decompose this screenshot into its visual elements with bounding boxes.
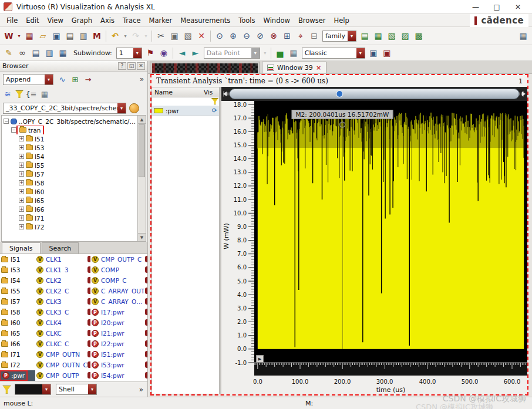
expand-icon[interactable]: +	[19, 171, 24, 177]
tree-item-i58[interactable]: +I58	[2, 178, 137, 187]
point-marker-icon[interactable]: ◉	[157, 47, 170, 59]
signal-c_array_out[interactable]: VC_ARRAY_OUT	[90, 286, 147, 296]
animation-play-button[interactable]: ▶	[256, 355, 264, 363]
expand-icon[interactable]: +	[19, 215, 24, 221]
collapse-icon[interactable]: −	[4, 119, 9, 124]
minimize-button[interactable]: —	[465, 1, 486, 13]
workspace-save-icon[interactable]: ▣	[367, 47, 380, 59]
append-mode-combo[interactable]: Append ▾	[3, 74, 53, 85]
signal-clk2[interactable]: VCLK2	[35, 275, 90, 286]
trace-visibility-icon[interactable]: ⟳	[212, 107, 217, 114]
print-icon[interactable]: ▤	[63, 30, 76, 42]
signal-cmp_outp[interactable]: VCMP_OUTP	[35, 370, 90, 381]
scroll-thumb[interactable]	[139, 124, 145, 177]
bottom-overflow-chevron[interactable]: »	[137, 386, 145, 394]
tab-search[interactable]: Search	[42, 242, 79, 253]
expand-icon[interactable]: +	[19, 189, 24, 194]
subwindow-grid-icon[interactable]: ▦	[56, 47, 69, 59]
tree-item-i72[interactable]: +I72	[2, 222, 137, 231]
signal-folder-i54[interactable]: I54	[0, 275, 35, 286]
menu-measurements[interactable]: Measurements	[176, 15, 234, 26]
signal-comp[interactable]: VCOMP	[90, 265, 147, 275]
tree-item-i57[interactable]: +I57	[2, 170, 137, 178]
signal-c_array_out_c[interactable]: VC_ARRAY_OUT_C	[90, 296, 147, 307]
smith-mode-icon[interactable]: ▧	[385, 30, 398, 42]
family-combo[interactable]: family▾	[322, 31, 356, 42]
redo-dropdown-icon[interactable]: ▾	[143, 30, 149, 42]
append-overflow-chevron[interactable]: »	[138, 75, 146, 83]
horizontal-marker-icon[interactable]: ⊟	[308, 30, 321, 42]
tree-item-i60[interactable]: +I60	[2, 187, 137, 196]
signal-i17:pwr[interactable]: PI17:pwr	[90, 307, 147, 317]
tree-item-i66[interactable]: +I66	[2, 205, 137, 214]
filter-dropdown-icon[interactable]: ▾	[42, 384, 50, 394]
undo-dropdown-icon[interactable]: ▾	[122, 30, 129, 42]
plot-refresh-icon[interactable]: ∿	[56, 74, 68, 84]
new-sheet-icon[interactable]: ▦	[23, 30, 36, 42]
next-point-icon[interactable]: ►	[189, 47, 202, 59]
zoom-out-icon[interactable]: ⊖	[240, 30, 253, 42]
results-combo[interactable]: _33_COPY_C_2C_3bit/spectre/schematic/psf…	[3, 103, 126, 114]
close-button[interactable]: ✕	[507, 1, 528, 13]
calculator-icon[interactable]: ▦	[287, 47, 300, 59]
tree-item-i55[interactable]: +I55	[2, 161, 137, 170]
delete-icon[interactable]: ✕	[195, 30, 208, 42]
tab-signals[interactable]: Signals	[2, 242, 41, 253]
signal-clk1_3[interactable]: VCLK1_3	[35, 265, 90, 275]
signal-selected-pwr[interactable]: P:pwr	[0, 370, 35, 381]
tab-close-icon[interactable]: ×	[316, 64, 321, 72]
menu-help[interactable]: Help	[330, 15, 353, 26]
datapoint-combo-arrow[interactable]: ▾	[251, 48, 260, 58]
new-window-icon[interactable]: W	[2, 30, 15, 42]
menu-tools[interactable]: Tools	[234, 15, 259, 26]
menu-window[interactable]: Window	[260, 15, 294, 26]
signal-i20:pwr[interactable]: PI20:pwr	[90, 317, 147, 328]
tree-item-tran[interactable]: −tran	[2, 126, 137, 134]
cut-icon[interactable]: ✂	[154, 30, 167, 42]
signal-clkc[interactable]: VCLKC	[35, 328, 90, 339]
overlay-mode-icon[interactable]: ▦	[372, 30, 385, 42]
tree-item-i71[interactable]: +I71	[2, 214, 137, 222]
signal-i21:pwr[interactable]: PI21:pwr	[90, 328, 147, 339]
signal-i54:pwr[interactable]: PI54:pwr	[90, 370, 147, 381]
wave-browser-icon[interactable]: ≋	[2, 89, 14, 99]
export-image-icon[interactable]: ▥	[77, 30, 90, 42]
horizontal-zoom-slider[interactable]	[221, 87, 527, 101]
signal-clkc_c[interactable]: VCLKC_C	[35, 339, 90, 349]
signal-clk1[interactable]: VCLK1	[35, 254, 90, 265]
shell-dropdown-icon[interactable]: ▾	[88, 384, 96, 394]
expand-icon[interactable]: +	[19, 145, 24, 150]
menu-graph[interactable]: Graph	[68, 15, 96, 26]
composite-mode-icon[interactable]: ▩	[412, 30, 425, 42]
trace-color-swatch[interactable]	[154, 108, 163, 113]
signal-cmp_outn_c[interactable]: VCMP_OUTN_C	[35, 360, 90, 370]
workspace-delete-icon[interactable]: ▣	[381, 47, 393, 59]
results-refresh-button[interactable]	[129, 103, 139, 113]
menu-axis[interactable]: Axis	[96, 15, 119, 26]
signal-folder-i66[interactable]: I66	[0, 339, 35, 349]
tree-item-i51[interactable]: +I51	[2, 134, 137, 143]
expand-icon[interactable]: +	[19, 207, 24, 212]
signal-cmp_outn[interactable]: VCMP_OUTN	[35, 349, 90, 360]
open-icon[interactable]: ▱	[36, 30, 49, 42]
signal-clk4[interactable]: VCLK4	[35, 317, 90, 328]
previous-point-icon[interactable]: ◄	[176, 47, 188, 59]
graph-icon[interactable]: ▅	[274, 47, 287, 59]
vertical-marker-icon[interactable]: ⌖	[294, 30, 307, 42]
zoom-fit-icon[interactable]: ⊙	[213, 30, 226, 42]
split-horizontal-icon[interactable]: ▤	[29, 47, 42, 59]
signal-folder-i51[interactable]: I51	[0, 254, 35, 265]
tree-scrollbar[interactable]: ▲ ▼	[137, 116, 146, 241]
undo-icon[interactable]: ↶	[109, 30, 122, 42]
signal-folder-i58[interactable]: I58	[0, 307, 35, 317]
expand-icon[interactable]: +	[19, 163, 24, 168]
redo-icon[interactable]: ↷	[129, 30, 142, 42]
pan-icon[interactable]: ⊞	[281, 30, 294, 42]
reader-glasses-icon[interactable]: ∞	[16, 47, 29, 59]
signal-clk3[interactable]: VCLK3	[35, 296, 90, 307]
append-dropdown-icon[interactable]: ▾	[45, 75, 53, 84]
zoom-x-icon[interactable]: ⊘	[254, 30, 267, 42]
filter-expression-combo[interactable]: ▾	[15, 384, 51, 395]
style-combo-arrow[interactable]: ▾	[356, 48, 365, 58]
paste-icon[interactable]: ▧	[181, 30, 194, 42]
